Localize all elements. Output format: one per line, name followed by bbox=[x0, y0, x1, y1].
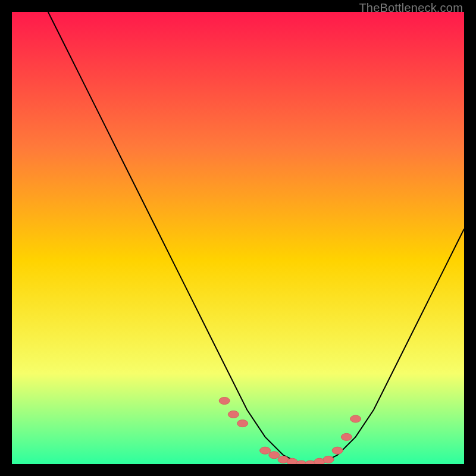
watermark-label: TheBottleneck.com bbox=[359, 1, 463, 15]
marker-dot bbox=[323, 456, 334, 463]
marker-dot bbox=[219, 397, 230, 405]
chart-frame bbox=[12, 12, 464, 464]
marker-dot bbox=[260, 447, 271, 454]
marker-dot bbox=[341, 433, 352, 440]
marker-dot bbox=[228, 411, 239, 418]
marker-dot bbox=[269, 452, 280, 459]
bottleneck-chart bbox=[12, 12, 464, 464]
marker-dot bbox=[332, 447, 343, 454]
marker-dot bbox=[237, 420, 248, 427]
gradient-background bbox=[12, 12, 464, 464]
marker-dot bbox=[350, 415, 361, 422]
